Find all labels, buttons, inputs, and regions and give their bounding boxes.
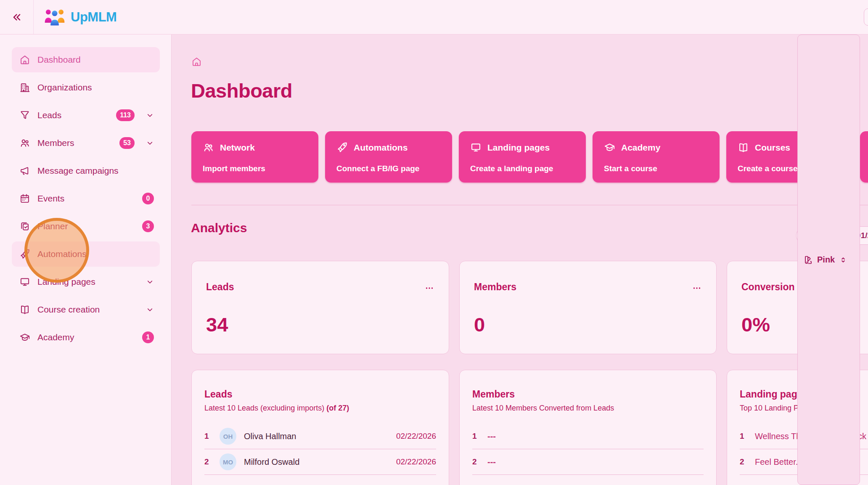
home-icon xyxy=(19,54,30,65)
book-icon xyxy=(19,304,30,315)
book-icon xyxy=(738,142,749,153)
quick-action-network[interactable]: Network Import members xyxy=(191,131,318,183)
app-window: UpMLM Pink Dashboard Organizations xyxy=(0,0,868,485)
row-index: 2 xyxy=(740,457,747,466)
stat-card-title: Leads xyxy=(206,281,234,293)
theme-selector-button[interactable]: Pink xyxy=(797,34,860,485)
list-card-subtitle: Latest 10 Leads (excluding imports) (of … xyxy=(204,404,436,413)
list-card-subtitle: Latest 10 Members Converted from Leads xyxy=(472,404,704,413)
funnel-icon xyxy=(19,110,30,121)
member-name: --- xyxy=(487,457,704,467)
top-bar: UpMLM Pink xyxy=(0,0,868,34)
users-icon xyxy=(19,138,30,148)
sidebar-item-course-creation[interactable]: Course creation xyxy=(12,297,160,322)
quick-action-title: Network xyxy=(220,143,255,153)
megaphone-icon xyxy=(19,165,30,176)
sidebar-collapse-button[interactable] xyxy=(0,0,34,34)
members-count-badge: 53 xyxy=(119,137,135,149)
brand-name: UpMLM xyxy=(71,10,116,25)
calendar-icon xyxy=(19,193,30,204)
quick-action-subtitle: Create a landing page xyxy=(470,164,574,173)
sidebar-item-label: Message campaigns xyxy=(37,166,154,176)
row-index: 1 xyxy=(740,432,747,441)
avatar: OH xyxy=(220,428,236,445)
avatar: MO xyxy=(220,453,236,470)
sidebar-item-organizations[interactable]: Organizations xyxy=(12,75,160,100)
stat-card-members: Members 0 xyxy=(459,261,717,354)
breadcrumb-home-icon[interactable] xyxy=(191,56,202,67)
member-row[interactable]: 2 --- xyxy=(472,449,704,475)
stat-card-value: 34 xyxy=(206,313,434,336)
app-logo: UpMLM xyxy=(44,0,116,34)
monitor-icon xyxy=(470,142,482,153)
events-count-badge: 0 xyxy=(142,193,154,204)
lead-date: 02/22/2026 xyxy=(396,432,436,441)
sidebar: Dashboard Organizations Leads 113 Member… xyxy=(0,34,172,485)
member-row[interactable]: 1 --- xyxy=(472,424,704,449)
lead-name: Milford Oswald xyxy=(244,457,389,467)
list-cards-row: Leads Latest 10 Leads (excluding imports… xyxy=(191,370,868,485)
sidebar-item-label: Planner xyxy=(37,221,135,231)
stat-card-value: 0 xyxy=(474,313,702,336)
lead-row[interactable]: 2 MO Milford Oswald 02/22/2026 xyxy=(204,449,436,475)
building-icon xyxy=(19,82,30,93)
chevron-down-icon xyxy=(146,111,154,119)
sidebar-item-automations[interactable]: Automations xyxy=(12,241,160,267)
sidebar-item-label: Dashboard xyxy=(37,55,154,65)
quick-action-subtitle: Start a course xyxy=(604,164,708,173)
chevron-down-icon xyxy=(146,139,154,147)
rocket-icon xyxy=(336,142,348,153)
sidebar-item-academy[interactable]: Academy 1 xyxy=(12,325,160,350)
leads-count-badge: 113 xyxy=(116,109,135,121)
list-card-members: Members Latest 10 Members Converted from… xyxy=(459,370,717,485)
sidebar-item-label: Automations xyxy=(37,249,154,259)
row-index: 2 xyxy=(204,457,212,466)
chevron-down-icon xyxy=(146,278,154,286)
sidebar-item-planner[interactable]: Planner 3 xyxy=(12,214,160,239)
users-icon xyxy=(203,142,214,153)
upmlm-people-logo-icon xyxy=(44,8,66,27)
more-options-icon[interactable] xyxy=(692,283,702,293)
quick-action-automations[interactable]: Automations Connect a FB/IG page xyxy=(325,131,452,183)
quick-action-partial[interactable] xyxy=(860,131,868,183)
analytics-heading: Analytics xyxy=(191,221,247,235)
select-updown-icon xyxy=(839,256,847,264)
sidebar-item-label: Events xyxy=(37,193,135,204)
quick-actions-row: Network Import members Automations Conne… xyxy=(191,131,868,183)
graduation-cap-icon xyxy=(19,332,30,343)
planner-clipboard-icon xyxy=(19,221,30,232)
sidebar-item-label: Landing pages xyxy=(37,277,135,287)
lead-row[interactable]: 1 OH Oliva Hallman 02/22/2026 xyxy=(204,424,436,449)
row-index: 1 xyxy=(472,432,480,441)
sidebar-item-message-campaigns[interactable]: Message campaigns xyxy=(12,158,160,183)
stat-card-title: Members xyxy=(474,281,516,293)
quick-action-title: Landing pages xyxy=(487,143,550,153)
main-content: Dashboard Network Import members Automat… xyxy=(172,34,868,485)
sidebar-item-label: Members xyxy=(37,138,112,148)
sidebar-item-dashboard[interactable]: Dashboard xyxy=(12,47,160,72)
sidebar-item-landing-pages[interactable]: Landing pages xyxy=(12,269,160,294)
quick-action-landing-pages[interactable]: Landing pages Create a landing page xyxy=(459,131,586,183)
rocket-icon xyxy=(19,249,30,260)
quick-action-academy[interactable]: Academy Start a course xyxy=(593,131,720,183)
chevron-down-icon xyxy=(146,306,154,314)
topbar-secondary-button[interactable] xyxy=(864,8,868,26)
sidebar-item-members[interactable]: Members 53 xyxy=(12,130,160,156)
double-chevron-left-icon xyxy=(11,11,23,23)
quick-action-subtitle: Import members xyxy=(203,164,307,173)
sidebar-item-label: Organizations xyxy=(37,82,154,93)
sidebar-item-leads[interactable]: Leads 113 xyxy=(12,103,160,128)
page-title: Dashboard xyxy=(191,79,292,102)
more-options-icon[interactable] xyxy=(424,283,434,293)
sidebar-item-label: Academy xyxy=(37,332,135,342)
sidebar-nav: Dashboard Organizations Leads 113 Member… xyxy=(0,34,171,350)
graduation-cap-icon xyxy=(604,142,615,153)
sidebar-item-label: Course creation xyxy=(37,305,135,315)
academy-count-badge: 1 xyxy=(142,331,154,343)
planner-count-badge: 3 xyxy=(142,220,154,232)
sidebar-item-events[interactable]: Events 0 xyxy=(12,186,160,211)
stat-card-leads: Leads 34 xyxy=(191,261,449,354)
member-name: --- xyxy=(487,432,704,441)
row-index: 2 xyxy=(472,457,480,466)
row-index: 1 xyxy=(204,432,212,441)
